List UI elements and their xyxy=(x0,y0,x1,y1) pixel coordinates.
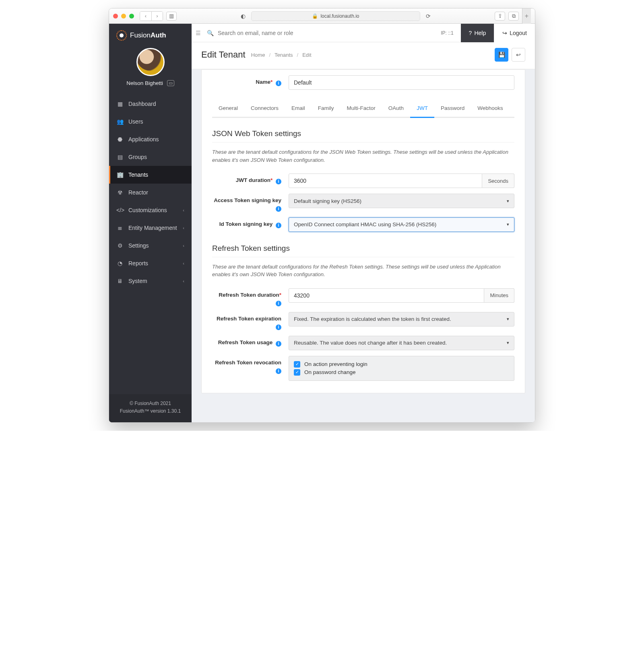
sidebar-item-label: Entity Management xyxy=(128,225,177,231)
info-icon[interactable]: i xyxy=(276,324,281,330)
save-icon: 💾 xyxy=(498,52,505,58)
window-minimize-icon[interactable] xyxy=(121,14,126,19)
refresh-revocation-label: Refresh Token revocation i xyxy=(212,356,289,374)
refresh-duration-input[interactable] xyxy=(289,288,484,303)
sidebar-item-groups[interactable]: ▤Groups xyxy=(109,148,192,166)
breadcrumb-item: Edit xyxy=(302,52,311,58)
sidebar-item-label: Customizations xyxy=(128,207,167,213)
chart-icon: ◔ xyxy=(116,260,124,267)
tab-email[interactable]: Email xyxy=(285,100,312,117)
window-zoom-icon[interactable] xyxy=(129,14,134,19)
tab-password[interactable]: Password xyxy=(434,100,471,117)
sidebar-item-label: Reactor xyxy=(128,189,148,196)
sliders-icon: ⚙ xyxy=(116,242,124,249)
info-icon[interactable]: i xyxy=(276,341,281,347)
checkbox-checked-icon[interactable]: ✓ xyxy=(294,369,300,376)
tenant-form-card: Name* i General Connectors Email Family … xyxy=(201,69,525,393)
info-icon[interactable]: i xyxy=(276,81,281,86)
access-token-key-select[interactable]: Default signing key (HS256) ▾ xyxy=(289,194,514,208)
chevron-left-icon: ‹ xyxy=(183,279,184,283)
browser-url-host: local.fusionauth.io xyxy=(320,13,359,19)
info-icon[interactable]: i xyxy=(276,206,281,212)
jwt-duration-input[interactable] xyxy=(289,174,482,188)
undo-icon: ↩ xyxy=(516,52,521,58)
sidebar-item-label: Settings xyxy=(128,242,149,249)
id-token-key-select[interactable]: OpenID Connect compliant HMAC using SHA-… xyxy=(289,217,514,232)
sidebar-item-dashboard[interactable]: ▦Dashboard xyxy=(109,95,192,113)
tenant-name-input[interactable] xyxy=(289,75,514,90)
browser-url-bar[interactable]: 🔒 local.fusionauth.io xyxy=(251,11,420,21)
refresh-usage-select[interactable]: Reusable. The value does not change afte… xyxy=(289,336,514,350)
sidebar-item-settings[interactable]: ⚙Settings‹ xyxy=(109,237,192,254)
chevron-left-icon: ‹ xyxy=(183,208,184,213)
help-button[interactable]: ?Help xyxy=(461,24,494,42)
layers-icon: ▤ xyxy=(116,154,124,160)
chevron-left-icon: ‹ xyxy=(183,225,184,230)
breadcrumb-item[interactable]: Tenants xyxy=(275,52,293,58)
tenant-tabs: General Connectors Email Family Multi-Fa… xyxy=(212,100,514,117)
refresh-expiration-select[interactable]: Fixed. The expiration is calculated when… xyxy=(289,312,514,326)
sidebar-item-label: Tenants xyxy=(128,171,148,178)
back-button[interactable]: ↩ xyxy=(512,48,525,62)
revocation-option[interactable]: ✓ On action preventing login xyxy=(294,360,509,368)
code-icon: </> xyxy=(116,207,124,213)
sidebar-toggle-icon[interactable]: ▥ xyxy=(166,12,177,21)
tab-oauth[interactable]: OAuth xyxy=(382,100,410,117)
reload-icon[interactable]: ⟳ xyxy=(423,12,433,21)
lock-icon: 🔒 xyxy=(312,13,318,19)
browser-nav-buttons: ‹ › xyxy=(140,11,163,21)
share-icon[interactable]: ⇪ xyxy=(495,12,505,21)
jwt-heading: JSON Web Token settings xyxy=(212,129,514,143)
info-icon[interactable]: i xyxy=(276,368,281,374)
browser-forward-button[interactable]: › xyxy=(151,12,163,21)
window-close-icon[interactable] xyxy=(113,14,118,19)
select-value: Reusable. The value does not change afte… xyxy=(294,340,447,346)
save-button[interactable]: 💾 xyxy=(495,48,508,62)
breadcrumb-item[interactable]: Home xyxy=(251,52,265,58)
tab-multi-factor[interactable]: Multi-Factor xyxy=(341,100,382,117)
search-input[interactable] xyxy=(218,30,433,36)
users-icon: 👥 xyxy=(116,118,124,125)
logout-button[interactable]: ↪Logout xyxy=(494,24,535,42)
dashboard-icon: ▦ xyxy=(116,101,124,107)
tab-family[interactable]: Family xyxy=(312,100,341,117)
info-icon[interactable]: i xyxy=(276,179,281,184)
browser-titlebar: ‹ › ▥ ◐ 🔒 local.fusionauth.io ⟳ ⇪ ⧉ + xyxy=(109,8,535,24)
refresh-heading: Refresh Token settings xyxy=(212,244,514,257)
tab-connectors[interactable]: Connectors xyxy=(244,100,285,117)
copyright-text: © FusionAuth 2021 xyxy=(109,400,192,407)
tabs-overview-icon[interactable]: ⧉ xyxy=(508,12,519,21)
tab-general[interactable]: General xyxy=(212,100,244,117)
privacy-shield-icon[interactable]: ◐ xyxy=(238,12,248,21)
sidebar-item-label: System xyxy=(128,278,147,284)
tab-jwt[interactable]: JWT xyxy=(410,100,434,117)
sidebar-item-tenants[interactable]: 🏢Tenants xyxy=(109,166,192,184)
select-value: Default signing key (HS256) xyxy=(294,198,361,204)
new-tab-button[interactable]: + xyxy=(522,8,531,24)
checkbox-checked-icon[interactable]: ✓ xyxy=(294,361,300,368)
avatar[interactable] xyxy=(136,48,165,76)
sidebar-item-reactor[interactable]: ☢Reactor xyxy=(109,184,192,201)
current-user[interactable]: Nelson Bighetti ▭ xyxy=(109,80,192,93)
sidebar-item-reports[interactable]: ◔Reports‹ xyxy=(109,254,192,272)
info-icon[interactable]: i xyxy=(276,301,281,306)
refresh-section: Refresh Token settings These are the ten… xyxy=(212,244,514,381)
brand-logo[interactable]: FusionAuth xyxy=(109,24,192,45)
refresh-description: These are the tenant default configurati… xyxy=(212,263,514,279)
browser-back-button[interactable]: ‹ xyxy=(140,12,151,21)
refresh-duration-label: Refresh Token duration* i xyxy=(212,288,289,306)
tab-webhooks[interactable]: Webhooks xyxy=(471,100,510,117)
sidebar-item-users[interactable]: 👥Users xyxy=(109,113,192,130)
info-icon[interactable]: i xyxy=(276,223,281,228)
signout-icon: ↪ xyxy=(502,30,507,36)
sidebar-item-system[interactable]: 🖥System‹ xyxy=(109,272,192,290)
access-token-key-label: Access Token signing key i xyxy=(212,194,289,212)
sidebar-item-customizations[interactable]: </>Customizations‹ xyxy=(109,201,192,219)
collapse-sidebar-button[interactable]: ☰ xyxy=(192,30,204,36)
sidebar-item-applications[interactable]: ⬣Applications xyxy=(109,130,192,148)
revocation-option[interactable]: ✓ On password change xyxy=(294,368,509,376)
sidebar-item-entity-management[interactable]: ≣Entity Management‹ xyxy=(109,219,192,237)
cube-icon: ⬣ xyxy=(116,136,124,143)
refresh-duration-unit: Minutes xyxy=(484,288,514,303)
refresh-revocation-options: ✓ On action preventing login ✓ On passwo… xyxy=(289,356,514,381)
